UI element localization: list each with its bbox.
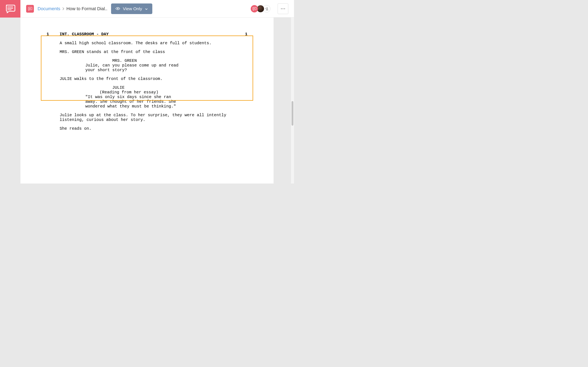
- action-line: She reads on.: [60, 126, 229, 131]
- person-add-icon: [265, 7, 268, 10]
- top-bar: Documents How to Format Dial.. View Only: [20, 0, 294, 17]
- scene-slugline: INT. CLASSROOM - DAY: [60, 32, 109, 36]
- action-line: A small high school classroom. The desks…: [60, 41, 229, 45]
- view-mode-label: View Only: [123, 6, 142, 11]
- dialogue-line: Julie, can you please come up and read y…: [85, 63, 183, 72]
- dialogue-line: "It was only six days since she ran away…: [85, 95, 183, 109]
- eye-icon: [116, 6, 120, 11]
- speech-bubble-icon: [28, 7, 32, 11]
- character-cue: JULIE: [112, 85, 251, 90]
- action-line: MRS. GREEN stands at the front of the cl…: [60, 50, 229, 54]
- scene-number-left: 1: [47, 32, 49, 36]
- svg-point-9: [267, 8, 268, 9]
- scrollbar-thumb[interactable]: [292, 101, 293, 125]
- speech-bubble-icon: [5, 4, 15, 13]
- document-icon-button[interactable]: [26, 5, 34, 13]
- breadcrumb: Documents How to Format Dial..: [38, 6, 107, 11]
- action-line: Julie looks up at the class. To her surp…: [60, 113, 229, 122]
- chevron-down-icon: [145, 6, 148, 11]
- speech-bubble-icon: [252, 7, 256, 11]
- document-page: 1 INT. CLASSROOM - DAY 1 A small high sc…: [20, 17, 274, 184]
- chevron-right-icon: [62, 6, 64, 11]
- app-logo[interactable]: [0, 0, 20, 17]
- ellipsis-icon: [281, 8, 285, 9]
- breadcrumb-current: How to Format Dial..: [66, 6, 107, 11]
- character-cue: MRS. GREEN: [112, 58, 251, 63]
- collaborator-group: [251, 5, 270, 12]
- brand-avatar[interactable]: [251, 5, 258, 12]
- view-mode-button[interactable]: View Only: [111, 3, 152, 14]
- more-options-button[interactable]: [278, 3, 288, 14]
- parenthetical: (Reading from her essay): [100, 90, 251, 95]
- breadcrumb-root-link[interactable]: Documents: [38, 6, 60, 11]
- scene-number-right: 1: [245, 32, 247, 36]
- action-line: JULIE walks to the front of the classroo…: [60, 76, 229, 81]
- screenplay-content: 1 INT. CLASSROOM - DAY 1 A small high sc…: [20, 17, 274, 145]
- scrollbar-track[interactable]: [291, 17, 294, 184]
- svg-point-6: [117, 8, 118, 9]
